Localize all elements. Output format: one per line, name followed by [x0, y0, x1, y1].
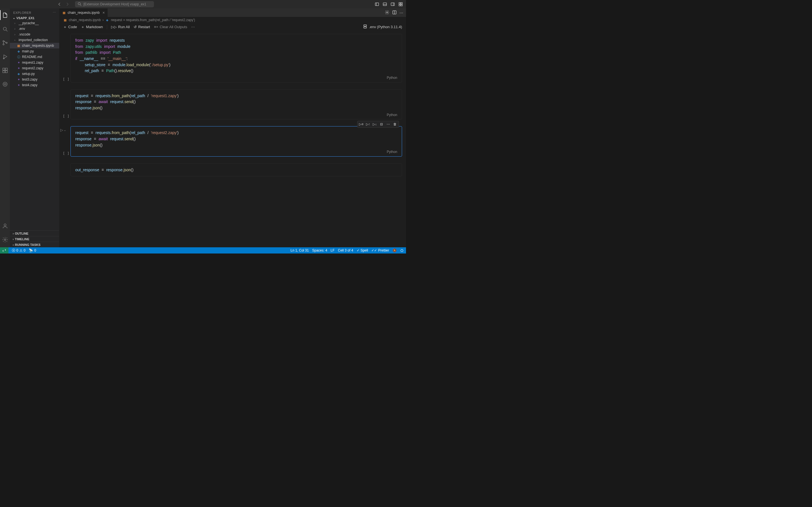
- status-prettier[interactable]: ✓✓Prettier: [371, 248, 389, 252]
- activity-accounts[interactable]: [0, 221, 10, 231]
- layout-sidebar-right-icon[interactable]: [390, 2, 395, 7]
- delete-cell-icon[interactable]: 🗑: [392, 122, 398, 127]
- cell-run-button[interactable]: ▷ ⌄: [60, 128, 66, 132]
- add-markdown-button[interactable]: ＋Markdown: [81, 24, 103, 30]
- file-README-md[interactable]: ⓘREADME.md: [10, 54, 59, 60]
- project-header[interactable]: ⌄ VSAPP_EX1: [10, 15, 59, 20]
- clear-outputs-button[interactable]: ≡×Clear All Outputs: [154, 25, 187, 29]
- chevron-right-icon: ›: [14, 39, 17, 42]
- svg-rect-5: [401, 3, 402, 4]
- editor-settings-icon[interactable]: [385, 10, 389, 15]
- file-setup-py[interactable]: ◆setup.py: [10, 71, 59, 76]
- status-cell[interactable]: Cell 3 of 4: [338, 248, 353, 252]
- panel-timeline[interactable]: ›TIMELINE: [10, 236, 59, 242]
- toolbar-more-icon[interactable]: ⋯: [191, 25, 195, 29]
- notebook-cell[interactable]: ▷ ⌄ [ ] ▷≡ ▷↑ ▷↓ ⊟ ⋯ 🗑 request = request…: [59, 126, 402, 157]
- svg-point-8: [3, 27, 6, 30]
- activity-source-control[interactable]: [0, 38, 10, 48]
- chevron-right-icon: ›: [14, 33, 17, 36]
- cell-language[interactable]: Python: [75, 112, 397, 118]
- nav-back[interactable]: [56, 1, 63, 7]
- remote-indicator[interactable]: [0, 247, 8, 253]
- plus-icon: ＋: [81, 24, 85, 30]
- kernel-picker[interactable]: .env (Python 3.11.4): [363, 24, 402, 30]
- activity-explorer[interactable]: [0, 10, 10, 20]
- notebook-cell[interactable]: [ ] request = requests.from_path(rel_pat…: [59, 89, 402, 120]
- file-request2-zapy[interactable]: ✶request2.zapy: [10, 65, 59, 71]
- run-by-line-icon[interactable]: ▷≡: [358, 122, 364, 127]
- editor-area: ▦ chain_requests.ipynb × ⋯ ▦ chain_reque…: [59, 8, 406, 247]
- command-center[interactable]: [Extension Development Host] vsapp_ex1: [75, 1, 154, 7]
- status-notifications[interactable]: 🔕: [393, 248, 397, 252]
- server-icon: [363, 24, 367, 30]
- tab-chain-requests[interactable]: ▦ chain_requests.ipynb ×: [59, 8, 108, 17]
- svg-rect-15: [3, 70, 4, 72]
- tab-close-icon[interactable]: ×: [102, 10, 105, 15]
- file-chain_requests-ipynb[interactable]: ▦chain_requests.ipynb: [10, 43, 59, 48]
- folder-imported_collection[interactable]: ›imported_collection: [10, 37, 59, 43]
- panel-running-tasks[interactable]: ›RUNNING TASKS: [10, 242, 59, 247]
- panel-outline[interactable]: ›OUTLINE: [10, 230, 59, 236]
- cell-editor[interactable]: out_response = response.json(): [70, 163, 402, 176]
- cell-language[interactable]: Python: [75, 149, 397, 155]
- cell-language[interactable]: Python: [75, 75, 397, 80]
- cell-editor[interactable]: from zapy import requests from zapy.util…: [70, 34, 402, 82]
- layout-customize-icon[interactable]: [398, 2, 403, 7]
- svg-point-9: [3, 41, 4, 42]
- cell-editor[interactable]: request = requests.from_path(rel_path / …: [70, 89, 402, 120]
- status-indent[interactable]: Spaces: 4: [312, 248, 327, 252]
- notebook-cell[interactable]: [ ] from zapy import requests from zapy.…: [59, 34, 402, 82]
- activity-run-debug[interactable]: [0, 52, 10, 61]
- cell-editor[interactable]: ▷≡ ▷↑ ▷↓ ⊟ ⋯ 🗑 request = requests.from_p…: [70, 126, 402, 157]
- file-request1-zapy[interactable]: ✶request1.zapy: [10, 60, 59, 65]
- cell-execution-count: [ ]: [59, 114, 69, 118]
- notebook-icon: ▦: [62, 11, 66, 15]
- notebook-icon: ▦: [63, 18, 67, 22]
- breadcrumb[interactable]: ▦ chain_requests.ipynb › ◆ request = req…: [59, 17, 406, 23]
- chevron-down-icon: ⌄: [13, 16, 15, 20]
- file-test3-zapy[interactable]: ✶test3.zapy: [10, 76, 59, 82]
- activity-settings[interactable]: [0, 235, 10, 244]
- layout-sidebar-left-icon[interactable]: [374, 2, 379, 7]
- restart-button[interactable]: ↺Restart: [134, 25, 150, 29]
- split-cell-icon[interactable]: ⊟: [378, 122, 385, 127]
- tab-label: chain_requests.ipynb: [68, 11, 100, 15]
- python-icon: ◆: [105, 18, 109, 22]
- activity-extensions[interactable]: [0, 65, 10, 75]
- py-icon: ◆: [17, 49, 20, 53]
- run-above-icon[interactable]: ▷↑: [365, 122, 371, 127]
- add-code-button[interactable]: ＋Code: [63, 24, 77, 30]
- status-problems[interactable]: ⓧ0 ⚠0: [12, 248, 26, 253]
- nav-forward[interactable]: [64, 1, 70, 7]
- notebook-cell[interactable]: out_response = response.json(): [59, 163, 402, 176]
- split-editor-icon[interactable]: [392, 10, 397, 15]
- status-sync[interactable]: [400, 248, 404, 252]
- file-test4-zapy[interactable]: ✶test4.zapy: [10, 82, 59, 88]
- status-spell[interactable]: ✓Spell: [357, 248, 368, 252]
- chevron-right-icon: ›: [14, 22, 17, 25]
- editor-more-icon[interactable]: ⋯: [400, 11, 403, 15]
- activity-search[interactable]: [0, 24, 10, 34]
- svg-rect-4: [399, 3, 400, 4]
- run-below-icon[interactable]: ▷↓: [371, 122, 378, 127]
- cell-more-icon[interactable]: ⋯: [385, 122, 391, 127]
- activity-bar: [0, 8, 10, 247]
- status-ports[interactable]: 📡0: [29, 248, 36, 252]
- activity-zapy[interactable]: [0, 79, 10, 89]
- status-cursor[interactable]: Ln 1, Col 31: [290, 248, 309, 252]
- layout-panel-icon[interactable]: [382, 2, 388, 7]
- svg-rect-23: [364, 27, 366, 28]
- status-eol[interactable]: LF: [331, 248, 335, 252]
- folder--vscode[interactable]: ›.vscode: [10, 32, 59, 37]
- run-all-button[interactable]: ▷▷Run All: [111, 25, 130, 29]
- error-icon: ⓧ: [12, 248, 15, 253]
- bell-icon: 🔕: [393, 248, 397, 252]
- svg-rect-14: [5, 68, 7, 70]
- chevron-right-icon: ›: [13, 243, 14, 246]
- svg-rect-2: [383, 3, 387, 6]
- svg-point-0: [78, 3, 80, 5]
- explorer-more-icon[interactable]: ⋯: [53, 11, 56, 14]
- folder--env[interactable]: ›.env: [10, 26, 59, 32]
- file-main-py[interactable]: ◆main.py: [10, 48, 59, 54]
- folder-__pycache__[interactable]: ›__pycache__: [10, 20, 59, 26]
